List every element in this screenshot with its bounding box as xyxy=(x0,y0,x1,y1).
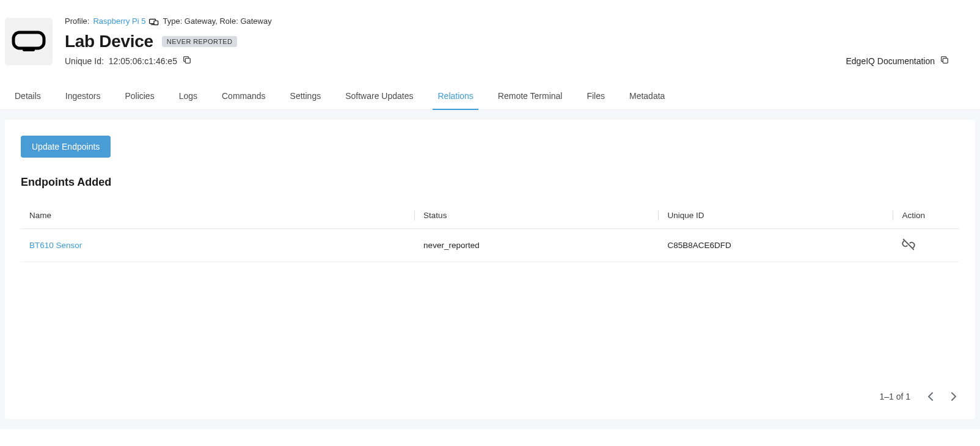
header-main: Profile: Raspberry Pi 5 Type: Gateway, R… xyxy=(65,16,965,67)
type-role-text: Type: Gateway, Role: Gateway xyxy=(163,16,271,27)
update-endpoints-button[interactable]: Update Endpoints xyxy=(21,136,111,158)
device-header: Profile: Raspberry Pi 5 Type: Gateway, R… xyxy=(0,0,980,67)
tab-settings[interactable]: Settings xyxy=(290,91,321,109)
profile-label: Profile: xyxy=(65,16,89,27)
uid-value: 12:05:06:c1:46:e5 xyxy=(109,56,177,66)
status-badge: NEVER REPORTED xyxy=(162,36,237,47)
copy-icon[interactable] xyxy=(182,55,192,67)
title-line: Lab Device NEVER REPORTED xyxy=(65,32,965,51)
endpoint-action xyxy=(893,229,959,262)
page-prev-button[interactable] xyxy=(925,390,936,403)
svg-line-7 xyxy=(904,239,914,250)
endpoint-uid: C85B8ACE6DFD xyxy=(659,229,893,262)
documentation-link-label: EdgeIQ Documentation xyxy=(846,56,935,66)
devices-icon xyxy=(149,16,159,27)
display-icon xyxy=(12,31,46,53)
chevron-left-icon xyxy=(927,392,934,401)
body-wrap: Update Endpoints Endpoints Added Name St… xyxy=(0,110,980,429)
pagination-nav xyxy=(925,390,959,403)
svg-rect-6 xyxy=(943,59,948,64)
pagination: 1–1 of 1 xyxy=(879,390,959,403)
section-title: Endpoints Added xyxy=(21,176,959,189)
col-name-header[interactable]: Name xyxy=(21,202,415,229)
tab-metadata[interactable]: Metadata xyxy=(629,91,665,109)
unlink-icon[interactable] xyxy=(902,244,915,253)
documentation-link[interactable]: EdgeIQ Documentation xyxy=(846,55,949,67)
page-next-button[interactable] xyxy=(948,390,959,403)
tab-nav: DetailsIngestorsPoliciesLogsCommandsSett… xyxy=(0,78,980,110)
tab-relations[interactable]: Relations xyxy=(437,91,473,109)
pagination-range: 1–1 of 1 xyxy=(879,392,910,401)
svg-rect-5 xyxy=(185,59,190,64)
page-title: Lab Device xyxy=(65,32,153,51)
endpoints-table: Name Status Unique ID Action BT610 Senso… xyxy=(21,202,959,262)
table-row: BT610 Sensornever_reportedC85B8ACE6DFD xyxy=(21,229,959,262)
col-uid-header[interactable]: Unique ID xyxy=(659,202,893,229)
uid-line: Unique Id: 12:05:06:c1:46:e5 xyxy=(65,55,965,67)
svg-rect-3 xyxy=(154,21,158,25)
tab-software-updates[interactable]: Software Updates xyxy=(345,91,413,109)
tab-ingestors[interactable]: Ingestors xyxy=(65,91,101,109)
endpoint-link[interactable]: BT610 Sensor xyxy=(29,241,82,250)
svg-rect-0 xyxy=(13,32,44,48)
copy-icon[interactable] xyxy=(940,55,949,67)
tab-logs[interactable]: Logs xyxy=(179,91,197,109)
chevron-right-icon xyxy=(951,392,957,401)
tab-files[interactable]: Files xyxy=(587,91,605,109)
tab-policies[interactable]: Policies xyxy=(125,91,154,109)
table-header-row: Name Status Unique ID Action xyxy=(21,202,959,229)
col-status-header[interactable]: Status xyxy=(415,202,659,229)
tab-commands[interactable]: Commands xyxy=(222,91,266,109)
tab-details[interactable]: Details xyxy=(15,91,41,109)
endpoint-status: never_reported xyxy=(415,229,659,262)
device-avatar xyxy=(5,18,53,65)
relations-panel: Update Endpoints Endpoints Added Name St… xyxy=(5,120,975,419)
tab-remote-terminal[interactable]: Remote Terminal xyxy=(498,91,563,109)
profile-link[interactable]: Raspberry Pi 5 xyxy=(93,16,145,27)
uid-label: Unique Id: xyxy=(65,56,104,66)
svg-rect-1 xyxy=(23,48,35,51)
col-action-header[interactable]: Action xyxy=(893,202,959,229)
profile-line: Profile: Raspberry Pi 5 Type: Gateway, R… xyxy=(65,16,965,27)
